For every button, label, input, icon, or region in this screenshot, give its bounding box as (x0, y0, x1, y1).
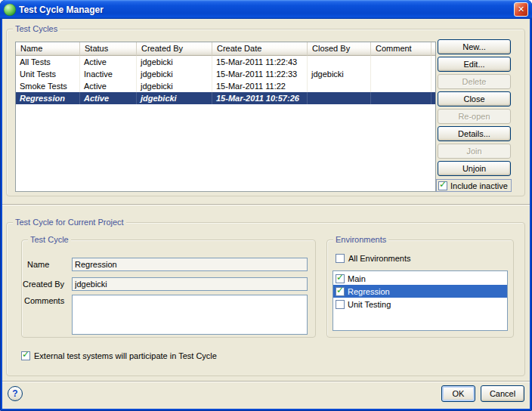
cell-create-date: 15-Mar-2011 11:22:33 (212, 68, 308, 80)
include-inactive-row[interactable]: ✓ Include inactive (436, 179, 512, 192)
cell-closed-by (308, 80, 371, 92)
table-row-unit-tests[interactable]: Unit Tests Inactive jdgebicki 15-Mar-201… (16, 68, 435, 80)
regression-checkbox[interactable]: ✓ (336, 287, 345, 296)
cell-name: All Tests (16, 56, 80, 68)
new-button[interactable]: New... (438, 39, 511, 54)
external-test-systems-row[interactable]: ✓ External test systems will participate… (21, 351, 217, 360)
checkmark-icon: ✓ (336, 273, 344, 282)
comments-field[interactable] (72, 295, 308, 335)
cell-closed-by (308, 92, 371, 104)
window-title: Test Cycle Manager (19, 5, 511, 15)
ok-button[interactable]: OK (441, 385, 475, 402)
cell-comment (371, 92, 431, 104)
cell-created-by: jdgebicki (137, 80, 212, 92)
dialog-test-cycle-manager: Test Cycle Manager ✕ Test Cycles Name St… (0, 0, 532, 411)
table-row-regression-selected[interactable]: Regression Active jdgebicki 15-Mar-2011 … (16, 92, 435, 104)
cell-status: Inactive (80, 68, 137, 80)
list-item-label: Unit Testing (348, 300, 391, 309)
titlebar[interactable]: Test Cycle Manager ✕ (0, 0, 532, 19)
cell-name: Smoke Tests (16, 80, 80, 92)
cell-filler (431, 92, 435, 104)
column-header-created-by[interactable]: Created By (137, 42, 212, 56)
help-button[interactable]: ? (8, 386, 23, 401)
column-header-closed-by[interactable]: Closed By (308, 42, 371, 56)
column-header-name[interactable]: Name (16, 42, 80, 56)
column-header-comment[interactable]: Comment (371, 42, 431, 56)
all-environments-label: All Environments (348, 254, 411, 263)
cell-filler (431, 80, 435, 92)
external-test-systems-checkbox[interactable]: ✓ (21, 351, 30, 360)
join-button: Join (438, 144, 511, 159)
reopen-button: Re-open (438, 109, 511, 124)
created-by-label: Created By (23, 280, 64, 289)
cell-status: Active (80, 56, 137, 68)
section-divider (2, 204, 530, 206)
external-test-systems-label: External test systems will participate i… (34, 351, 217, 360)
help-icon: ? (12, 389, 17, 398)
all-environments-row[interactable]: All Environments (336, 254, 411, 263)
cell-comment (371, 56, 431, 68)
close-cycle-button[interactable]: Close (438, 91, 511, 107)
cell-create-date: 15-Mar-2011 11:22:43 (212, 56, 308, 68)
list-item-label: Main (348, 274, 366, 283)
unjoin-button[interactable]: Unjoin (438, 161, 511, 176)
checkmark-icon: ✓ (336, 286, 344, 295)
footer-divider (2, 381, 530, 382)
column-header-status[interactable]: Status (80, 42, 137, 56)
list-item-label: Regression (348, 287, 390, 296)
cell-comment (371, 68, 431, 80)
test-cycles-group-title: Test Cycles (13, 23, 60, 34)
list-item-unit-testing[interactable]: Unit Testing (333, 298, 507, 311)
name-field[interactable] (72, 258, 308, 271)
cell-status: Active (80, 80, 137, 92)
cell-created-by: jdgebicki (137, 92, 212, 104)
include-inactive-label: Include inactive (450, 181, 508, 190)
app-icon (4, 4, 16, 16)
all-environments-checkbox[interactable] (336, 254, 345, 263)
delete-button: Delete (438, 74, 511, 89)
checkmark-icon: ✓ (439, 180, 447, 189)
cell-create-date: 15-Mar-2011 10:57:26 (212, 92, 308, 104)
cell-filler (431, 68, 435, 80)
table-row-all-tests[interactable]: All Tests Active jdgebicki 15-Mar-2011 1… (16, 56, 435, 68)
cell-create-date: 15-Mar-2011 11:22 (212, 80, 308, 92)
details-button[interactable]: Details... (438, 126, 511, 141)
column-header-filler (431, 42, 436, 56)
cell-closed-by (308, 56, 371, 68)
environments-list[interactable]: ✓ Main ✓ Regression Unit Testing (332, 270, 508, 331)
close-button[interactable]: ✕ (514, 2, 528, 17)
list-item-main[interactable]: ✓ Main (333, 272, 507, 285)
cell-filler (431, 56, 435, 68)
main-checkbox[interactable]: ✓ (336, 274, 345, 283)
cancel-button[interactable]: Cancel (481, 385, 524, 402)
cell-comment (371, 80, 431, 92)
test-cycles-actions: New... Edit... Delete Close Re-open Deta… (438, 39, 511, 176)
close-icon: ✕ (518, 5, 524, 14)
column-header-create-date[interactable]: Create Date (212, 42, 308, 56)
test-cycle-group-title: Test Cycle (28, 234, 71, 245)
name-label: Name (27, 260, 49, 269)
cell-created-by: jdgebicki (137, 56, 212, 68)
unit-testing-checkbox[interactable] (336, 300, 345, 309)
cell-name: Regression (16, 92, 80, 104)
cell-closed-by: jdgebicki (308, 68, 371, 80)
cell-name: Unit Tests (16, 68, 80, 80)
list-item-regression[interactable]: ✓ Regression (333, 285, 507, 298)
cell-status: Active (80, 92, 137, 104)
test-cycles-table: Name Status Created By Create Date Close… (15, 42, 436, 192)
table-header: Name Status Created By Create Date Close… (16, 42, 435, 56)
checkmark-icon: ✓ (22, 350, 29, 359)
include-inactive-checkbox[interactable]: ✓ (438, 181, 447, 190)
table-row-smoke-tests[interactable]: Smoke Tests Active jdgebicki 15-Mar-2011… (16, 80, 435, 92)
environments-group-title: Environments (333, 234, 388, 245)
comments-label: Comments (24, 296, 64, 305)
created-by-field[interactable] (72, 277, 308, 291)
cell-created-by: jdgebicki (137, 68, 212, 80)
edit-button[interactable]: Edit... (438, 57, 511, 72)
current-project-group-title: Test Cycle for Current Project (13, 217, 126, 227)
